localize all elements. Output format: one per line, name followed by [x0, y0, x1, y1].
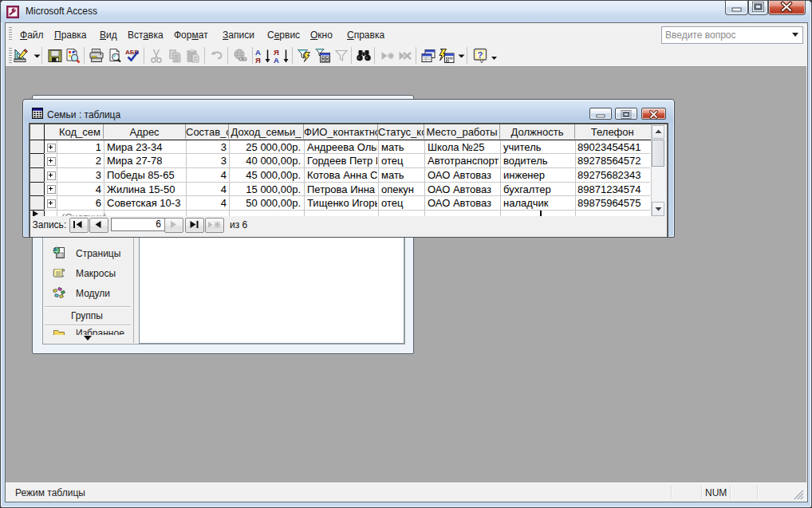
- svg-text:А: А: [274, 56, 279, 65]
- svg-text:?: ?: [478, 50, 483, 60]
- svg-text:Я: Я: [255, 56, 261, 65]
